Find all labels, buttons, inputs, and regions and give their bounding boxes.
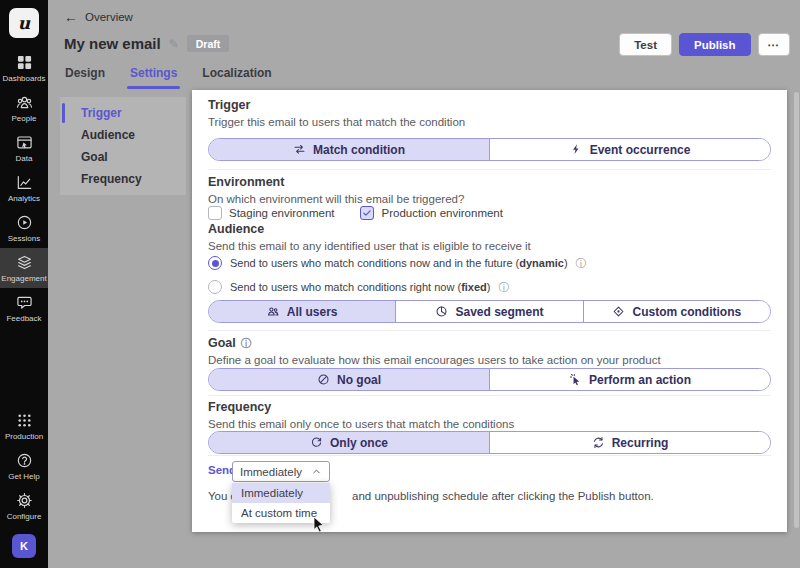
radio-label: Send to users who match conditions right… — [230, 281, 490, 293]
send-row: Send Immediately — [208, 461, 771, 481]
segment-label: No goal — [337, 373, 381, 387]
sidebar-item-analytics[interactable]: Analytics — [0, 168, 48, 208]
audience-section-header: Audience Send this email to any identifi… — [208, 222, 771, 253]
edit-pencil-icon[interactable]: ✎ — [169, 37, 179, 51]
frequency-title: Frequency — [208, 400, 771, 414]
segment-match-condition[interactable]: Match condition — [209, 139, 489, 160]
audience-segmented-control: All users Saved segment Custom condition… — [208, 300, 771, 323]
sidebar-item-get-help[interactable]: Get Help — [0, 446, 48, 486]
engagement-icon — [16, 254, 33, 271]
sidebar-item-production[interactable]: Production — [0, 406, 48, 446]
test-button[interactable]: Test — [619, 33, 672, 56]
environment-section-header: Environment On which environment will th… — [208, 175, 771, 206]
note-right-fragment: and unpublishing schedule after clicking… — [352, 490, 654, 502]
environment-checkboxes: Staging environment Production environme… — [208, 206, 771, 220]
settings-nav-trigger[interactable]: Trigger — [60, 102, 186, 124]
trigger-title: Trigger — [208, 98, 771, 112]
checkbox-production-environment[interactable]: Production environment — [360, 206, 502, 220]
radio-label: Send to users who match conditions now a… — [230, 257, 568, 269]
sidebar-label: Production — [5, 432, 43, 441]
title-row: My new email ✎ Draft — [64, 35, 229, 52]
sidebar-label: Configure — [7, 512, 42, 521]
goal-section-header: Goalⓘ Define a goal to evaluate how this… — [208, 336, 771, 367]
bolt-icon — [570, 143, 583, 156]
ellipsis-icon: ⋯ — [768, 39, 781, 51]
sidebar-item-dashboards[interactable]: Dashboards — [0, 48, 48, 88]
header-actions: Test Publish ⋯ — [619, 33, 790, 56]
radio-dynamic-audience[interactable]: Send to users who match conditions now a… — [208, 256, 586, 270]
send-schedule-select[interactable]: Immediately — [232, 461, 330, 482]
sidebar-item-engagement[interactable]: Engagement — [0, 248, 48, 288]
mouse-cursor-icon — [312, 516, 328, 532]
info-icon[interactable]: ⓘ — [241, 338, 252, 348]
settings-nav: Trigger Audience Goal Frequency — [60, 97, 186, 195]
segment-no-goal[interactable]: No goal — [209, 369, 489, 390]
menu-item-immediately[interactable]: Immediately — [232, 483, 330, 503]
checkbox-unchecked-icon — [208, 206, 222, 220]
sidebar-label: Engagement — [1, 274, 46, 283]
section-divider — [208, 455, 771, 456]
audience-title: Audience — [208, 222, 771, 236]
segment-saved-segment[interactable]: Saved segment — [395, 301, 582, 322]
dashboards-icon — [16, 54, 33, 71]
help-icon — [16, 452, 33, 469]
trigger-description: Trigger this email to users that match t… — [208, 116, 771, 129]
tab-localization[interactable]: Localization — [201, 62, 272, 89]
environment-description: On which environment will this email be … — [208, 193, 771, 206]
frequency-section-header: Frequency Send this email only once to u… — [208, 400, 771, 431]
sidebar-label: Data — [16, 154, 33, 163]
environment-title: Environment — [208, 175, 771, 189]
frequency-description: Send this email only once to users that … — [208, 418, 771, 431]
section-divider — [208, 330, 771, 331]
audience-description: Send this email to any identified user t… — [208, 240, 771, 253]
segment-label: Only once — [330, 436, 388, 450]
vertical-scrollbar[interactable] — [794, 92, 799, 528]
no-goal-icon — [317, 373, 330, 386]
analytics-icon — [16, 174, 33, 191]
segment-label: Saved segment — [455, 305, 543, 319]
segment-perform-an-action[interactable]: Perform an action — [489, 369, 770, 390]
gear-icon — [16, 492, 33, 509]
back-arrow-icon: ← — [64, 11, 78, 23]
checkbox-checked-icon — [360, 206, 374, 220]
user-avatar[interactable]: K — [12, 534, 36, 558]
userpilot-logo[interactable]: u — [9, 8, 39, 38]
avatar-letter: K — [20, 540, 28, 552]
info-icon[interactable]: ⓘ — [498, 282, 509, 292]
segment-only-once[interactable]: Only once — [209, 432, 489, 453]
send-schedule-menu: Immediately At custom time — [232, 483, 330, 523]
info-icon[interactable]: ⓘ — [576, 258, 587, 268]
segment-recurring[interactable]: Recurring — [489, 432, 770, 453]
sidebar-item-sessions[interactable]: Sessions — [0, 208, 48, 248]
settings-nav-audience[interactable]: Audience — [60, 124, 186, 146]
select-value: Immediately — [240, 466, 311, 478]
tab-design[interactable]: Design — [64, 62, 106, 89]
settings-nav-frequency[interactable]: Frequency — [60, 168, 186, 190]
diamond-target-icon — [612, 305, 625, 318]
sidebar-item-data[interactable]: Data — [0, 128, 48, 168]
tab-settings[interactable]: Settings — [129, 62, 178, 89]
trigger-segmented-control: Match condition Event occurrence — [208, 138, 771, 161]
sidebar-item-people[interactable]: People — [0, 88, 48, 128]
pie-chart-icon — [435, 305, 448, 318]
sidebar-item-feedback[interactable]: Feedback — [0, 288, 48, 328]
production-icon — [16, 412, 33, 429]
radio-unselected-icon — [208, 280, 222, 294]
segment-custom-conditions[interactable]: Custom conditions — [583, 301, 770, 322]
settings-nav-goal[interactable]: Goal — [60, 146, 186, 168]
breadcrumb-back[interactable]: ← Overview — [64, 11, 133, 23]
people-icon — [16, 94, 33, 111]
segment-label: Perform an action — [589, 373, 691, 387]
segment-label: Match condition — [313, 143, 405, 157]
publish-button[interactable]: Publish — [679, 33, 751, 56]
chevron-up-icon — [311, 466, 322, 477]
checkbox-staging-environment[interactable]: Staging environment — [208, 206, 334, 220]
sidebar-item-configure[interactable]: Configure — [0, 486, 48, 526]
radio-fixed-audience[interactable]: Send to users who match conditions right… — [208, 280, 509, 294]
segment-all-users[interactable]: All users — [209, 301, 395, 322]
segment-event-occurrence[interactable]: Event occurrence — [489, 139, 770, 160]
more-button[interactable]: ⋯ — [758, 33, 791, 56]
checkbox-label: Production environment — [381, 207, 502, 219]
back-label: Overview — [85, 11, 133, 23]
goal-title: Goalⓘ — [208, 336, 771, 350]
